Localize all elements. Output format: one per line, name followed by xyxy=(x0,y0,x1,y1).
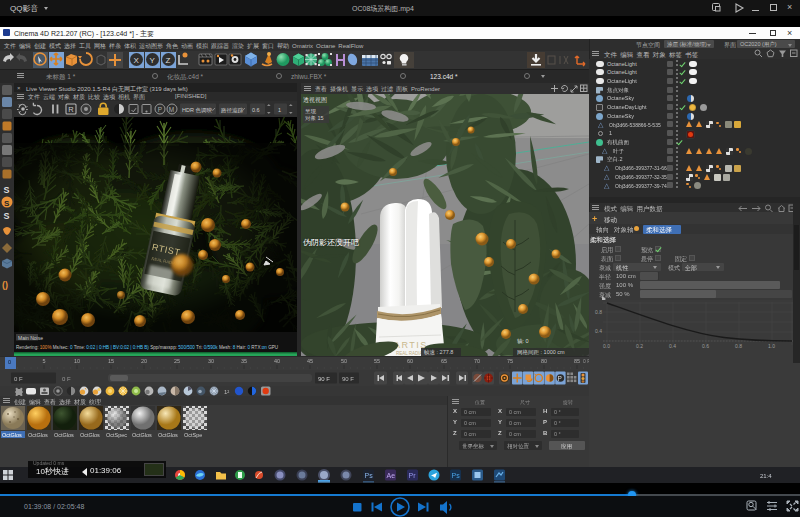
svg-text:轴: 0: 轴: 0 xyxy=(517,338,529,345)
svg-text:1.0: 1.0 xyxy=(768,343,775,349)
svg-text:0.0: 0.0 xyxy=(603,343,610,349)
svg-text:OctGlos: OctGlos xyxy=(132,432,152,438)
svg-text:30: 30 xyxy=(208,358,214,364)
svg-text:0.2: 0.2 xyxy=(636,343,643,349)
svg-text:(): () xyxy=(2,280,8,290)
svg-text:55: 55 xyxy=(374,358,380,364)
svg-text:Ae: Ae xyxy=(387,472,396,479)
svg-text:0.8: 0.8 xyxy=(595,309,602,315)
svg-text:90 F: 90 F xyxy=(342,376,354,382)
svg-text:S: S xyxy=(4,199,10,208)
svg-text:OctGlos: OctGlos xyxy=(80,432,100,438)
svg-text:15: 15 xyxy=(108,358,114,364)
svg-text:40: 40 xyxy=(274,358,280,364)
svg-text:Ps: Ps xyxy=(365,472,374,479)
svg-text:0.8: 0.8 xyxy=(735,343,742,349)
svg-text:0.6: 0.6 xyxy=(702,343,709,349)
svg-text:0 F: 0 F xyxy=(14,376,23,382)
svg-text:75: 75 xyxy=(507,358,513,364)
svg-text:0: 0 xyxy=(8,359,11,365)
svg-text:85: 85 xyxy=(574,358,580,364)
svg-text:0 F: 0 F xyxy=(62,376,71,382)
svg-text:65: 65 xyxy=(441,358,447,364)
svg-text:5: 5 xyxy=(42,358,45,364)
svg-text:OctGlos: OctGlos xyxy=(158,432,178,438)
svg-text:90 F: 90 F xyxy=(318,376,330,382)
svg-text:OctGlos: OctGlos xyxy=(54,432,74,438)
svg-text:60: 60 xyxy=(407,358,413,364)
svg-text:OctSpec: OctSpec xyxy=(106,432,127,438)
svg-text:45: 45 xyxy=(307,358,313,364)
svg-text:Pr: Pr xyxy=(409,472,417,479)
svg-text:25: 25 xyxy=(174,358,180,364)
svg-text:50: 50 xyxy=(341,358,347,364)
svg-text:网格间距 : 1000 cm: 网格间距 : 1000 cm xyxy=(517,349,565,356)
svg-text:0.4: 0.4 xyxy=(669,343,676,349)
svg-text:OctGlos: OctGlos xyxy=(28,432,48,438)
svg-text:P: P xyxy=(557,375,561,382)
svg-text:21:4: 21:4 xyxy=(760,473,772,479)
svg-text:Rendering: 100% Ms/sec: 0 Ti: Rendering: 100% Ms/sec: 0 Time: 0:02 | 0… xyxy=(16,345,278,350)
svg-text:1²: 1² xyxy=(224,389,229,395)
svg-text:Ps: Ps xyxy=(452,472,461,479)
svg-text:0.4: 0.4 xyxy=(595,328,602,334)
svg-text:35: 35 xyxy=(241,358,247,364)
svg-text:80: 80 xyxy=(541,358,547,364)
svg-text:Main Noise: Main Noise xyxy=(18,335,43,341)
svg-text:70: 70 xyxy=(474,358,480,364)
svg-text:10: 10 xyxy=(74,358,80,364)
svg-text:20: 20 xyxy=(141,358,147,364)
svg-text:帧速 : 277.8: 帧速 : 277.8 xyxy=(424,349,453,355)
svg-text:OctSpe: OctSpe xyxy=(184,432,202,438)
svg-text:OctGlos: OctGlos xyxy=(2,432,22,438)
svg-text:S: S xyxy=(4,211,10,221)
